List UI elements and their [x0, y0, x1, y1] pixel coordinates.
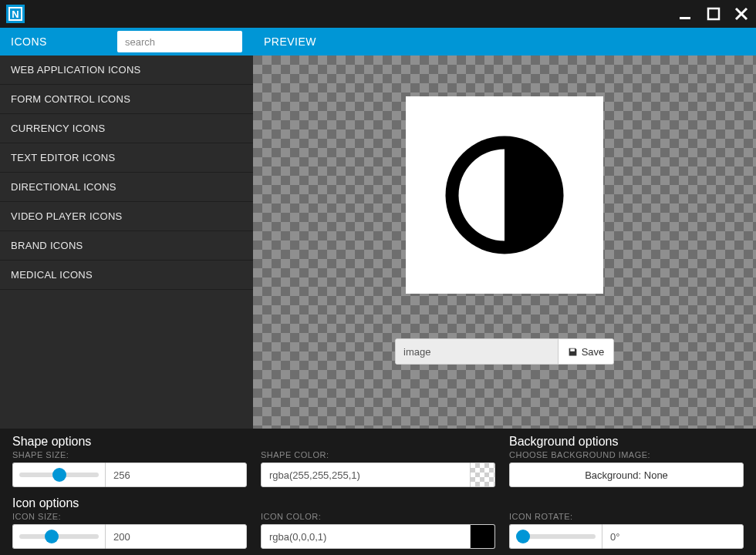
shape-size-value[interactable]: 256: [105, 462, 247, 487]
icon-color-label: ICON COLOR:: [261, 512, 495, 521]
background-block: Background options CHOOSE BACKGROUND IMA…: [509, 435, 744, 493]
header: ICONS PREVIEW: [0, 28, 756, 56]
icon-options-title: Icon options: [12, 496, 247, 510]
preview-tab-label: PREVIEW: [264, 35, 316, 48]
options-panel: Shape options SHAPE SIZE: 256 SHAPE COLO…: [0, 429, 756, 555]
category-item[interactable]: MEDICAL ICONS: [0, 261, 253, 290]
adjust-icon: [439, 130, 570, 261]
category-item[interactable]: WEB APPLICATION ICONS: [0, 56, 253, 85]
icon-canvas: [406, 96, 603, 294]
save-button-label: Save: [582, 346, 605, 358]
close-button[interactable]: [733, 5, 750, 22]
category-item[interactable]: VIDEO PLAYER ICONS: [0, 202, 253, 231]
icon-rotate-block: ICON ROTATE: 0°: [509, 496, 744, 555]
icon-size-slider[interactable]: [19, 534, 99, 539]
preview-panel: Save: [253, 56, 756, 429]
filename-input[interactable]: [396, 339, 558, 364]
shape-color-block: SHAPE COLOR: rgba(255,255,255,1): [261, 435, 495, 493]
app-logo: N: [6, 5, 25, 23]
shape-color-label: SHAPE COLOR:: [261, 450, 495, 459]
category-item[interactable]: TEXT EDITOR ICONS: [0, 143, 253, 173]
title-bar: N: [0, 0, 756, 28]
svg-rect-0: [680, 17, 690, 19]
minimize-button[interactable]: [677, 5, 694, 22]
save-icon: [568, 347, 578, 357]
shape-size-block: Shape options SHAPE SIZE: 256: [12, 435, 247, 493]
shape-color-swatch[interactable]: [471, 462, 495, 487]
shape-size-slider[interactable]: [19, 473, 99, 477]
maximize-button[interactable]: [705, 5, 722, 22]
category-item[interactable]: DIRECTIONAL ICONS: [0, 173, 253, 202]
icon-size-block: Icon options ICON SIZE: 200: [12, 496, 247, 555]
save-button[interactable]: Save: [558, 339, 613, 364]
svg-rect-1: [708, 8, 719, 19]
icon-color-block: ICON COLOR: rgba(0,0,0,1): [261, 496, 495, 555]
shape-color-input[interactable]: rgba(255,255,255,1): [261, 462, 471, 487]
category-item[interactable]: FORM CONTROL ICONS: [0, 85, 253, 114]
icon-size-value[interactable]: 200: [105, 524, 247, 549]
search-input[interactable]: [117, 31, 242, 52]
icon-rotate-slider[interactable]: [516, 534, 596, 539]
shape-size-label: SHAPE SIZE:: [12, 450, 247, 459]
icons-tab-label: ICONS: [11, 35, 47, 48]
category-item[interactable]: BRAND ICONS: [0, 231, 253, 261]
category-item[interactable]: CURRENCY ICONS: [0, 114, 253, 143]
category-sidebar: WEB APPLICATION ICONS FORM CONTROL ICONS…: [0, 56, 253, 429]
icon-color-input[interactable]: rgba(0,0,0,1): [261, 524, 471, 549]
choose-background-label: CHOOSE BACKGROUND IMAGE:: [509, 450, 744, 459]
shape-options-title: Shape options: [12, 435, 247, 449]
main-content: WEB APPLICATION ICONS FORM CONTROL ICONS…: [0, 56, 756, 429]
window-controls: [677, 5, 750, 22]
icon-layer: [406, 96, 603, 294]
background-button[interactable]: Background: None: [509, 462, 744, 487]
save-row: Save: [395, 338, 614, 365]
icon-color-swatch[interactable]: [471, 524, 495, 549]
icon-rotate-value[interactable]: 0°: [602, 524, 744, 549]
icon-rotate-label: ICON ROTATE:: [509, 512, 744, 521]
background-options-title: Background options: [509, 435, 744, 449]
icon-size-label: ICON SIZE:: [12, 512, 247, 521]
